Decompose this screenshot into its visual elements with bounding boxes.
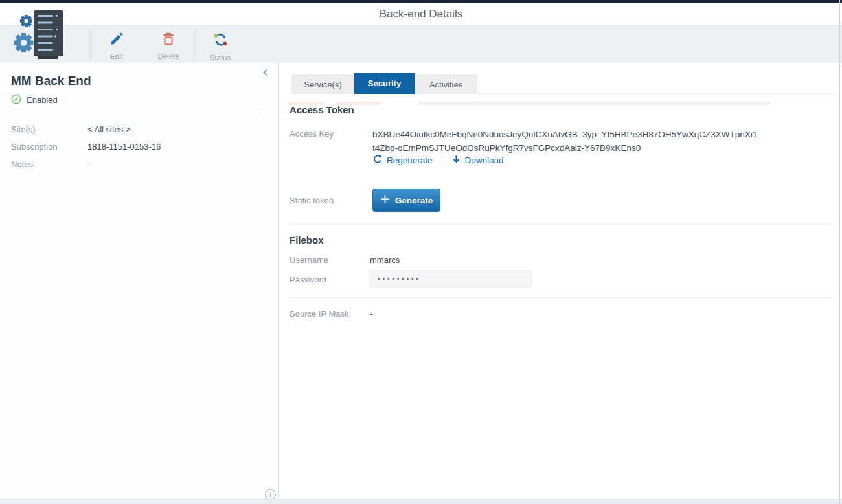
- pencil-icon: [109, 30, 124, 49]
- section-title-filebox: Filebox: [290, 235, 324, 246]
- details-content: Service(s) Security Activities Access To…: [279, 63, 839, 499]
- field-row-notes: Notes -: [11, 159, 270, 177]
- regenerate-link[interactable]: Regenerate: [372, 154, 433, 166]
- edit-button-label: Edit: [110, 52, 123, 60]
- tab-label: Security: [368, 78, 401, 88]
- field-row-subscription: Subscription 1818-1151-0153-16: [11, 142, 270, 159]
- field-value: 1818-1151-0153-16: [87, 142, 161, 152]
- download-link[interactable]: Download: [451, 154, 504, 166]
- source-ip-value: -: [370, 309, 372, 319]
- window-right-edge: [839, 0, 840, 504]
- trash-icon: [161, 30, 176, 49]
- refresh-icon: [372, 154, 383, 166]
- delete-button[interactable]: Delete: [148, 30, 189, 62]
- sync-arrows-icon: [212, 30, 229, 51]
- gears-server-logo-icon: [12, 52, 74, 63]
- tab-activities[interactable]: Activities: [415, 74, 477, 94]
- username-value: mmarcs: [370, 255, 400, 265]
- redacted-remnant: [418, 102, 771, 105]
- password-field[interactable]: [370, 270, 532, 288]
- section-divider: [290, 297, 834, 298]
- backend-details-window: Back-end Details Edit Delete: [0, 0, 842, 504]
- collapse-panel-button[interactable]: [258, 66, 273, 82]
- field-row-sites: Site(s) < All sites >: [11, 124, 270, 142]
- toolbar-separator: [195, 29, 196, 61]
- section-title-access-token: Access Token: [290, 104, 354, 115]
- page-title: Back-end Details: [380, 8, 463, 21]
- divider: [11, 113, 261, 113]
- access-key-label: Access Key: [290, 129, 334, 139]
- toolbar-separator: [90, 29, 91, 61]
- window-bottom-edge: [0, 499, 842, 504]
- password-label: Password: [290, 275, 326, 284]
- check-circle-icon: [11, 94, 21, 106]
- details-sidebar: MM Back End Enabled Site(s) < All sites …: [0, 63, 279, 499]
- field-value: -: [87, 159, 90, 169]
- app-logo: [12, 6, 74, 61]
- static-token-label: Static token: [290, 196, 334, 205]
- generate-button-label: Generate: [395, 196, 433, 205]
- toolbar: Edit Delete: [0, 26, 842, 63]
- regenerate-link-label: Regenerate: [387, 155, 433, 165]
- chevron-left-icon: [259, 66, 272, 82]
- generate-button[interactable]: Generate: [372, 189, 440, 212]
- edit-button[interactable]: Edit: [96, 30, 137, 62]
- plus-icon: [380, 194, 390, 206]
- field-label: Notes: [11, 159, 33, 169]
- section-divider: [290, 224, 834, 225]
- access-key-value: bXBUe44OiuIkc0MeFbqNn0NduosJeyQnlCXnAtvG…: [372, 128, 760, 155]
- delete-button-label: Delete: [157, 52, 179, 60]
- field-value: < All sites >: [87, 124, 130, 134]
- tab-label: Service(s): [304, 80, 342, 89]
- username-label: Username: [290, 255, 328, 265]
- divider: [442, 155, 442, 166]
- tab-security[interactable]: Security: [354, 73, 415, 94]
- tab-label: Activities: [429, 80, 462, 89]
- field-label: Site(s): [11, 124, 36, 134]
- backend-name: MM Back End: [11, 74, 91, 88]
- field-label: Subscription: [11, 142, 58, 152]
- access-key-actions: Regenerate Download: [372, 154, 504, 166]
- status-row: Enabled: [11, 94, 58, 106]
- status-button[interactable]: Status: [199, 30, 241, 62]
- download-link-label: Download: [465, 155, 504, 165]
- tab-services[interactable]: Service(s): [291, 74, 354, 94]
- download-arrow-icon: [451, 154, 461, 166]
- status-badge: Enabled: [27, 95, 58, 105]
- status-button-label: Status: [210, 54, 231, 62]
- title-bar: Back-end Details: [0, 3, 842, 26]
- source-ip-label: Source IP Mask: [290, 309, 349, 319]
